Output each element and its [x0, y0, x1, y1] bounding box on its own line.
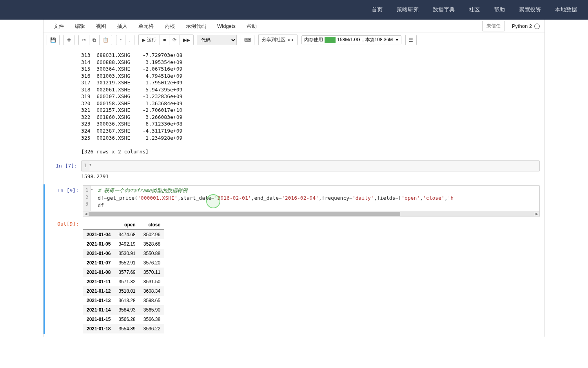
menu-insert[interactable]: 插入 [112, 20, 133, 33]
code-input-7[interactable]: 1 ▾ [81, 160, 540, 171]
code-input-9[interactable]: 123 ▾ # 获得一个dataframe类型的数据样例 df=get_pric… [83, 185, 540, 217]
nav-community[interactable]: 社区 [462, 6, 487, 13]
table-row: 2021-01-083577.693570.11 [83, 268, 164, 277]
stop-icon: ■ [163, 37, 166, 43]
dataframe-table: open close 2021-01-043474.683502.962021-… [83, 220, 164, 333]
kernel-idle-icon [534, 24, 540, 29]
memory-usage[interactable]: 内存使用 158M/1.0G，本篇108.36M ▼ [301, 35, 401, 44]
df-cell: 3554.89 [114, 324, 139, 333]
df-index: 2021-01-11 [83, 277, 114, 286]
scissors-icon: ✂ [82, 37, 86, 43]
df-cell: 3576.20 [140, 258, 164, 268]
nav-strategy[interactable]: 策略研究 [390, 6, 426, 13]
arrow-up-icon: ↑ [120, 37, 122, 43]
menu-sample[interactable]: 示例代码 [180, 20, 212, 33]
input-prompt-9: In [9]: [45, 185, 83, 217]
paste-button[interactable]: 📋 [99, 35, 112, 45]
share-button[interactable]: 分享到社区 ⚬∘ [258, 35, 298, 45]
df-index: 2021-01-13 [83, 296, 114, 305]
copy-button[interactable]: ⧉ [89, 35, 99, 45]
save-icon: 💾 [50, 37, 56, 43]
move-down-button[interactable]: ↓ [125, 35, 134, 45]
df-index: 2021-01-08 [83, 268, 114, 277]
command-palette-button[interactable]: ⌨ [241, 35, 254, 45]
fold-arrow-icon[interactable]: ▾ [91, 186, 94, 211]
notebook-container: 文件 编辑 视图 插入 单元格 内核 示例代码 Widgets 帮助 未信任 P… [43, 20, 545, 337]
scroll-right-icon[interactable]: ▶ [534, 212, 539, 216]
code-editor-9[interactable]: # 获得一个dataframe类型的数据样例 df=get_price('000… [94, 186, 539, 211]
run-button[interactable]: ▶运行 [138, 35, 160, 45]
output-cell-previous: 313 688031.XSHG -7.729703e+08 314 600888… [44, 49, 544, 160]
df-cell: 3530.91 [114, 249, 139, 258]
df-index: 2021-01-07 [83, 258, 114, 268]
interrupt-button[interactable]: ■ [160, 35, 169, 45]
save-button[interactable]: 💾 [47, 35, 60, 45]
df-cell: 3598.65 [140, 296, 164, 305]
menu-file[interactable]: 文件 [48, 20, 69, 33]
input-prompt-7: In [7]: [44, 160, 81, 184]
menu-widgets[interactable]: Widgets [212, 20, 241, 32]
nav-help[interactable]: 帮助 [487, 6, 512, 13]
df-cell: 3531.50 [140, 277, 164, 286]
df-cell: 3528.68 [140, 239, 164, 249]
df-cell: 3566.38 [140, 315, 164, 324]
df-cell: 3577.69 [114, 268, 139, 277]
nav-invest[interactable]: 聚宽投资 [512, 6, 548, 13]
list-button[interactable]: ☰ [405, 35, 417, 45]
play-icon: ▶ [142, 37, 145, 43]
table-row: 2021-01-113571.323531.50 [83, 277, 164, 286]
nav-local-data[interactable]: 本地数据 [548, 6, 584, 13]
code-cell-9[interactable]: In [9]: 123 ▾ # 获得一个dataframe类型的数据样例 df=… [44, 184, 544, 218]
add-cell-button[interactable]: ✚ [64, 35, 74, 45]
cut-button[interactable]: ✂ [78, 35, 89, 45]
scroll-thumb[interactable] [89, 212, 400, 216]
menu-edit[interactable]: 编辑 [69, 20, 91, 33]
keyboard-icon: ⌨ [244, 37, 251, 43]
df-cell: 3474.68 [114, 230, 139, 239]
arrow-down-icon: ↓ [129, 37, 131, 43]
df-col-close: close [140, 220, 164, 230]
output-cell-9: Out[9]: open close 2021-01-043474.683502… [44, 218, 544, 334]
menu-help[interactable]: 帮助 [241, 20, 262, 33]
toolbar: 💾 ✚ ✂ ⧉ 📋 ↑ ↓ ▶运行 ■ ⟳ ▶▶ 代码 ⌨ [44, 33, 544, 47]
refresh-icon: ⟳ [172, 37, 176, 43]
line-gutter: 123 [83, 186, 91, 211]
empty-prompt [44, 50, 81, 159]
horizontal-scrollbar[interactable]: ◀ ▶ [83, 211, 539, 217]
cell-type-select[interactable]: 代码 [198, 35, 237, 45]
df-cell: 3571.32 [114, 277, 139, 286]
df-index: 2021-01-04 [83, 230, 114, 239]
menubar: 文件 编辑 视图 插入 单元格 内核 示例代码 Widgets 帮助 未信任 P… [44, 20, 544, 33]
fold-arrow-icon[interactable]: ▾ [89, 161, 93, 171]
move-up-button[interactable]: ↑ [116, 35, 125, 45]
table-row: 2021-01-133613.283598.65 [83, 296, 164, 305]
nav-dictionary[interactable]: 数据字典 [426, 6, 462, 13]
df-index-header [83, 220, 114, 230]
table-row: 2021-01-043474.683502.96 [83, 230, 164, 239]
scroll-track[interactable] [89, 212, 534, 216]
df-index: 2021-01-12 [83, 286, 114, 296]
notebook-cells: 313 688031.XSHG -7.729703e+08 314 600888… [44, 47, 544, 337]
code-cell-7[interactable]: In [7]: 1 ▾ 1598.2791 [44, 160, 544, 184]
memory-bar-icon [325, 37, 336, 43]
kernel-name: Python 2 [512, 23, 532, 29]
df-col-open: open [114, 220, 139, 230]
df-cell: 3518.01 [114, 286, 139, 296]
df-cell: 3566.28 [114, 315, 139, 324]
df-cell: 3502.96 [140, 230, 164, 239]
menu-kernel[interactable]: 内核 [159, 20, 180, 33]
menu-cell[interactable]: 单元格 [133, 20, 159, 33]
df-cell: 3608.34 [140, 286, 164, 296]
df-index: 2021-01-14 [83, 305, 114, 315]
scroll-left-icon[interactable]: ◀ [83, 212, 89, 216]
trust-status[interactable]: 未信任 [482, 21, 505, 31]
menu-view[interactable]: 视图 [91, 20, 112, 33]
paste-icon: 📋 [103, 37, 109, 43]
df-index: 2021-01-06 [83, 249, 114, 258]
nav-home[interactable]: 首页 [365, 6, 390, 13]
restart-run-button[interactable]: ▶▶ [180, 35, 194, 45]
df-cell: 3613.28 [114, 296, 139, 305]
code-editor-7[interactable] [93, 161, 539, 171]
df-cell: 3550.88 [140, 249, 164, 258]
restart-button[interactable]: ⟳ [169, 35, 180, 45]
